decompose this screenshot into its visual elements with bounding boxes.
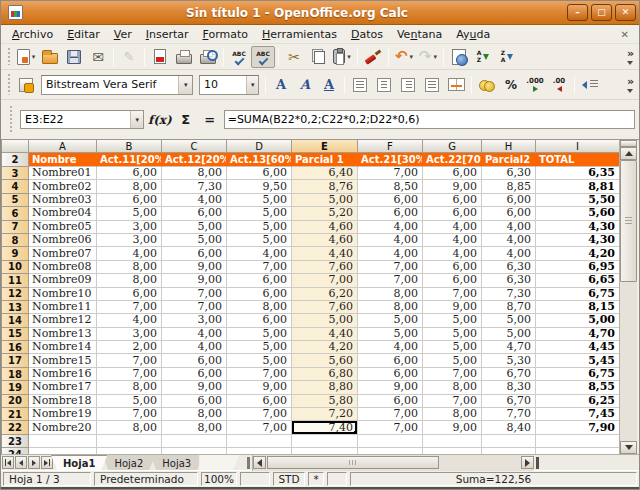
row-header-21[interactable]: 21 xyxy=(2,408,29,421)
cell-D4[interactable]: 9,50 xyxy=(227,180,292,193)
cell-E4[interactable]: 8,76 xyxy=(292,180,358,193)
col-header-G[interactable]: G xyxy=(423,140,482,153)
page-preview-button[interactable] xyxy=(196,46,220,68)
toolbar-overflow-button[interactable]: » xyxy=(624,48,637,65)
menu-formato[interactable]: Formato xyxy=(196,26,256,43)
cell-G2[interactable]: Act.22[70%] xyxy=(423,153,482,167)
cell-B22[interactable]: 8,00 xyxy=(97,421,162,434)
col-header-E[interactable]: E xyxy=(292,140,358,153)
format-paintbrush-button[interactable] xyxy=(361,46,385,68)
maximize-button[interactable]: □ xyxy=(591,4,612,21)
cell-G4[interactable]: 9,00 xyxy=(423,180,482,193)
row-header-6[interactable]: 6 xyxy=(2,207,29,220)
sheet-tab-hoja2[interactable]: Hoja2 xyxy=(102,455,155,470)
font-name-dropdown-icon[interactable]: ▾ xyxy=(178,76,192,94)
cell-F4[interactable]: 8,50 xyxy=(358,180,423,193)
cell-E15[interactable]: 4,40 xyxy=(292,328,358,341)
cell-G14[interactable]: 5,00 xyxy=(423,314,482,327)
undo-button[interactable]: ↶▾ xyxy=(392,46,416,68)
cell-H15[interactable]: 5,00 xyxy=(482,328,536,341)
cell-B9[interactable]: 4,00 xyxy=(97,247,162,260)
cell-G11[interactable]: 6,00 xyxy=(423,274,482,287)
align-left-button[interactable] xyxy=(348,74,372,96)
cell-I5[interactable]: 5,50 xyxy=(536,194,620,207)
cell-F23[interactable] xyxy=(358,435,423,448)
cell-C17[interactable]: 6,00 xyxy=(162,354,227,367)
toolbar-overflow-button[interactable]: » xyxy=(624,76,637,93)
menu-ventana[interactable]: Ventana xyxy=(390,26,449,43)
cell-E16[interactable]: 4,20 xyxy=(292,341,358,354)
cell-I19[interactable]: 8,55 xyxy=(536,381,620,394)
cell-C5[interactable]: 4,00 xyxy=(162,194,227,207)
cell-I20[interactable]: 6,25 xyxy=(536,395,620,408)
cell-C2[interactable]: Act.12[20%] xyxy=(162,153,227,167)
horizontal-scrollbar[interactable] xyxy=(252,455,534,471)
cell-B10[interactable]: 8,00 xyxy=(97,261,162,274)
cell-H19[interactable]: 8,30 xyxy=(482,381,536,394)
row-header-19[interactable]: 19 xyxy=(2,381,29,394)
cell-H14[interactable]: 5,00 xyxy=(482,314,536,327)
cell-D23[interactable] xyxy=(227,435,292,448)
cell-A11[interactable]: Nombre09 xyxy=(29,274,97,287)
cell-F19[interactable]: 9,00 xyxy=(358,381,423,394)
cell-H21[interactable]: 7,70 xyxy=(482,408,536,421)
cell-G18[interactable]: 7,00 xyxy=(423,368,482,381)
cell-F12[interactable]: 8,00 xyxy=(358,288,423,301)
bold-button[interactable]: A xyxy=(269,74,293,96)
scroll-up-button[interactable] xyxy=(620,147,637,160)
cell-F2[interactable]: Act.21[30%] xyxy=(358,153,423,167)
cell-I11[interactable]: 6,65 xyxy=(536,274,620,287)
cell-G19[interactable]: 8,00 xyxy=(423,381,482,394)
cell-F13[interactable]: 8,00 xyxy=(358,301,423,314)
cell-C6[interactable]: 6,00 xyxy=(162,207,227,220)
cell-B16[interactable]: 2,00 xyxy=(97,341,162,354)
cell-H17[interactable]: 5,30 xyxy=(482,354,536,367)
col-header-A[interactable]: A xyxy=(29,140,97,153)
sum-icon[interactable]: Σ xyxy=(176,110,196,129)
cell-A14[interactable]: Nombre12 xyxy=(29,314,97,327)
cell-E2[interactable]: Parcial 1 xyxy=(292,153,358,167)
sheet-tab-hoja1[interactable]: Hoja1 xyxy=(51,455,107,470)
cell-E22[interactable]: 7,40 xyxy=(292,421,358,434)
close-document-icon[interactable]: ✕ xyxy=(615,29,635,40)
cell-E10[interactable]: 7,60 xyxy=(292,261,358,274)
cell-G21[interactable]: 8,00 xyxy=(423,408,482,421)
cell-D8[interactable]: 5,00 xyxy=(227,234,292,247)
email-button[interactable]: ✉ xyxy=(86,46,110,68)
cell-E12[interactable]: 6,20 xyxy=(292,288,358,301)
cell-C7[interactable]: 5,00 xyxy=(162,221,227,234)
cell-F7[interactable]: 4,00 xyxy=(358,221,423,234)
cell-G22[interactable]: 9,00 xyxy=(423,421,482,434)
cell-A7[interactable]: Nombre05 xyxy=(29,221,97,234)
row-header-2[interactable]: 2 xyxy=(2,153,29,167)
horizontal-scrollbar-thumb[interactable] xyxy=(267,456,439,469)
cell-C22[interactable]: 8,00 xyxy=(162,421,227,434)
cell-F20[interactable]: 6,00 xyxy=(358,395,423,408)
row-header-20[interactable]: 20 xyxy=(2,395,29,408)
menu-datos[interactable]: Datos xyxy=(344,26,390,43)
cell-C8[interactable]: 5,00 xyxy=(162,234,227,247)
cell-H11[interactable]: 6,30 xyxy=(482,274,536,287)
cell-A6[interactable]: Nombre04 xyxy=(29,207,97,220)
cell-G15[interactable]: 5,00 xyxy=(423,328,482,341)
row-header-17[interactable]: 17 xyxy=(2,354,29,367)
cell-D19[interactable]: 9,00 xyxy=(227,381,292,394)
cell-E20[interactable]: 5,80 xyxy=(292,395,358,408)
cell-G7[interactable]: 4,00 xyxy=(423,221,482,234)
redo-dropdown-icon[interactable]: ▾ xyxy=(434,53,438,61)
cell-H8[interactable]: 4,00 xyxy=(482,234,536,247)
cell-I7[interactable]: 4,30 xyxy=(536,221,620,234)
cell-I2[interactable]: TOTAL xyxy=(536,153,620,167)
scrollbar-resize-handle[interactable] xyxy=(536,457,539,469)
cell-G20[interactable]: 7,00 xyxy=(423,395,482,408)
print-button[interactable] xyxy=(172,46,196,68)
cell-B14[interactable]: 4,00 xyxy=(97,314,162,327)
cell-F16[interactable]: 4,00 xyxy=(358,341,423,354)
cell-I3[interactable]: 6,35 xyxy=(536,167,620,180)
col-header-B[interactable]: B xyxy=(97,140,162,153)
cell-I15[interactable]: 4,70 xyxy=(536,328,620,341)
row-header-5[interactable]: 5 xyxy=(2,194,29,207)
cell-D18[interactable]: 7,00 xyxy=(227,368,292,381)
paste-button[interactable]: ▾ xyxy=(330,46,354,68)
row-header-8[interactable]: 8 xyxy=(2,234,29,247)
